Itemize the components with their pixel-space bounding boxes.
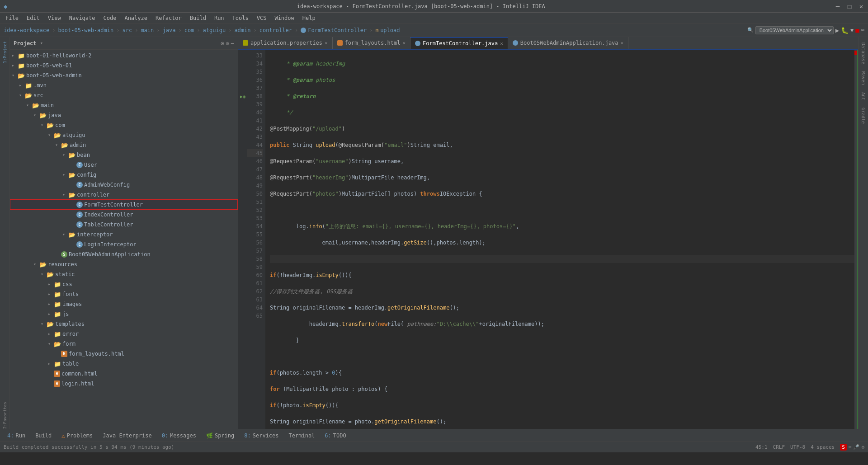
tree-item-resources[interactable]: 📂 resources (10, 259, 238, 269)
tree-item-tablecontroller[interactable]: C TableController (10, 220, 238, 230)
tree-item-config[interactable]: 📂 config (10, 170, 238, 180)
menu-navigate[interactable]: Navigate (66, 14, 99, 22)
tree-item-interceptor[interactable]: 📂 interceptor (10, 230, 238, 240)
status-indent[interactable]: 4 spaces (811, 444, 835, 450)
stop-button[interactable]: ■ (855, 27, 859, 34)
tree-item-templates[interactable]: 📂 templates (10, 319, 238, 329)
menu-window[interactable]: Window (271, 14, 297, 22)
menu-edit[interactable]: Edit (23, 14, 43, 22)
bottom-tab-problems[interactable]: △ Problems (57, 431, 97, 441)
tab-formtestcontroller[interactable]: FormTestController.java × (410, 37, 508, 49)
tree-item-formtestcontroller[interactable]: C FormTestController (10, 200, 238, 210)
code-editor[interactable]: ▶◉ (238, 50, 858, 429)
menu-code[interactable]: Code (100, 14, 120, 22)
tree-item-mvn[interactable]: 📁 .mvn (10, 80, 238, 90)
breadcrumb-admin[interactable]: admin (234, 27, 250, 33)
sidebar-database[interactable]: Database (860, 39, 867, 68)
menu-vcs[interactable]: VCS (253, 14, 270, 22)
sidebar-gradle[interactable]: Gradle (860, 104, 867, 127)
tree-item-boot05web01[interactable]: 📁 boot-05-web-01 (10, 61, 238, 70)
tree-item-user[interactable]: C User (10, 160, 238, 170)
menu-build[interactable]: Build (186, 14, 210, 22)
bottom-tab-javaenterprise[interactable]: Java Enterprise (98, 431, 156, 441)
tree-item-boot05webadmin[interactable]: 📂 boot-05-web-admin (10, 70, 238, 80)
tree-item-loginhtml[interactable]: H login.html (10, 379, 238, 389)
sidebar-maven[interactable]: Maven (860, 68, 867, 89)
bottom-tab-build[interactable]: Build (31, 431, 56, 441)
bottom-tab-run[interactable]: 4: Run (3, 431, 30, 441)
run-gutter-38[interactable]: ▶◉ (238, 92, 247, 100)
bottom-tab-spring[interactable]: 🌿 Spring (202, 431, 239, 441)
tree-item-formlayouts[interactable]: H form_layouts.html (10, 349, 238, 359)
bottom-tab-terminal[interactable]: Terminal (284, 431, 320, 441)
menu-analyze[interactable]: Analyze (121, 14, 151, 22)
sidebar-ant[interactable]: Ant (860, 89, 867, 104)
tab-form-layouts[interactable]: form_layouts.html × (333, 37, 410, 49)
tree-item-main[interactable]: 📂 main (10, 100, 238, 110)
tree-item-boot05app[interactable]: S Boot05WebAdminApplication (10, 249, 238, 259)
tree-item-src[interactable]: 📂 src (10, 90, 238, 100)
run-config-select[interactable]: Boot05WebAdminApplication (755, 26, 834, 34)
tree-item-com[interactable]: 📂 com (10, 120, 238, 130)
close-tab-form-layouts[interactable]: × (402, 40, 406, 46)
tree-item-adminwebconfig[interactable]: C AdminWebConfig (10, 180, 238, 190)
close-tab-formtestcontroller[interactable]: × (500, 41, 503, 47)
status-position[interactable]: 45:1 (755, 444, 768, 450)
tree-item-error[interactable]: 📁 error (10, 329, 238, 339)
tree-item-bean[interactable]: 📂 bean (10, 150, 238, 160)
tree-item-form[interactable]: 📂 form (10, 339, 238, 349)
build-button[interactable]: ⌨ (861, 27, 864, 33)
close-tab-boot05app[interactable]: × (621, 40, 624, 46)
project-locate-button[interactable]: ⊙ (221, 40, 224, 47)
breadcrumb-method[interactable]: upload (380, 27, 400, 33)
maximize-button[interactable]: □ (846, 3, 853, 9)
tab-boot05app[interactable]: Boot05WebAdminApplication.java × (508, 37, 628, 49)
breadcrumb-workspace[interactable]: idea-workspace (4, 27, 49, 33)
breadcrumb-src[interactable]: src (122, 27, 132, 33)
status-charset[interactable]: UTF-8 (790, 444, 805, 450)
breadcrumb-controller[interactable]: controller (259, 27, 292, 33)
project-settings-button[interactable]: ⚙ (226, 40, 229, 47)
project-dropdown-icon[interactable]: ▾ (40, 40, 43, 46)
minimize-button[interactable]: ─ (835, 3, 841, 9)
tree-item-js[interactable]: 📁 js (10, 309, 238, 319)
breadcrumb-com[interactable]: com (184, 27, 194, 33)
code-content[interactable]: * @param headerImg * @param photos * @re… (265, 50, 854, 429)
menu-file[interactable]: File (2, 14, 22, 22)
bottom-tab-messages[interactable]: 0: Messages (157, 431, 201, 441)
breadcrumb-main[interactable]: main (141, 27, 154, 33)
bottom-tab-todo[interactable]: 6: TODO (320, 431, 350, 441)
tree-item-atguigu[interactable]: 📂 atguigu (10, 130, 238, 140)
close-button[interactable]: ✕ (858, 3, 864, 9)
sidebar-favorites-tab[interactable]: 2:Favorites (0, 402, 9, 429)
project-collapse-button[interactable]: – (231, 40, 234, 47)
tree-item-controller[interactable]: 📂 controller (10, 190, 238, 200)
menu-tools[interactable]: Tools (229, 14, 252, 22)
run-button[interactable]: ▶ (835, 27, 839, 34)
menu-view[interactable]: View (44, 14, 65, 22)
search-everywhere-icon[interactable]: 🔍 (747, 27, 754, 33)
breadcrumb-java[interactable]: java (163, 27, 176, 33)
tree-item-boot01[interactable]: 📁 boot-01-helloworld-2 (10, 51, 238, 61)
tree-item-admin[interactable]: 📂 admin (10, 140, 238, 150)
tree-item-java[interactable]: 📂 java (10, 110, 238, 120)
tree-item-logininterceptor[interactable]: C LoginInterceptor (10, 240, 238, 249)
tree-item-images[interactable]: 📁 images (10, 299, 238, 309)
menu-run[interactable]: Run (211, 14, 228, 22)
close-tab-application[interactable]: × (325, 40, 328, 46)
tree-item-commonhtml[interactable]: H common.html (10, 369, 238, 379)
tab-application-properties[interactable]: application.properties × (238, 37, 333, 49)
tree-item-static[interactable]: 📂 static (10, 269, 238, 279)
tree-item-table[interactable]: 📁 table (10, 359, 238, 369)
bottom-tab-services[interactable]: 8: Services (240, 431, 283, 441)
more-run-options[interactable]: ▼ (850, 27, 854, 33)
tree-item-indexcontroller[interactable]: C IndexController (10, 210, 238, 220)
menu-help[interactable]: Help (299, 14, 319, 22)
status-crlf[interactable]: CRLF (773, 444, 785, 450)
breadcrumb-atguigu[interactable]: atguigu (203, 27, 226, 33)
tree-item-css[interactable]: 📁 css (10, 279, 238, 289)
sidebar-project-tab[interactable]: 1:Project (0, 39, 9, 66)
breadcrumb-module[interactable]: boot-05-web-admin (58, 27, 113, 33)
breadcrumb-class[interactable]: FormTestController (308, 27, 367, 33)
tree-item-fonts[interactable]: 📁 fonts (10, 289, 238, 299)
